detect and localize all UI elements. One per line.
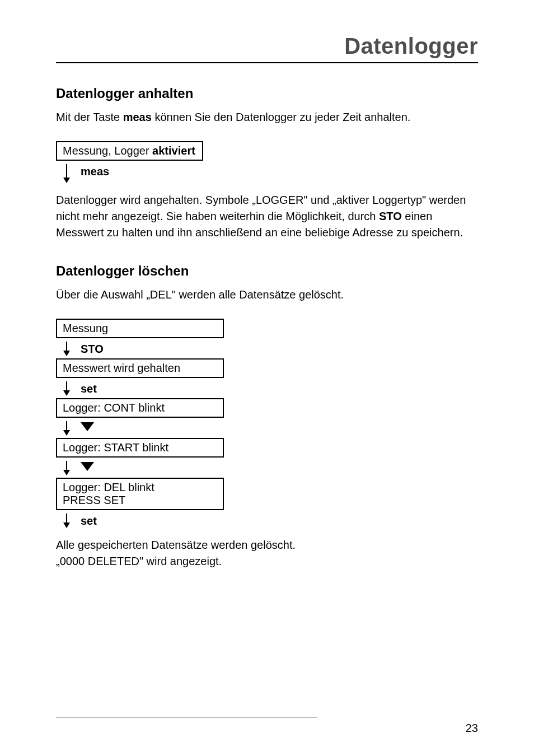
svg-marker-1 bbox=[63, 178, 70, 183]
svg-marker-13 bbox=[63, 522, 70, 528]
intro-key: meas bbox=[123, 111, 152, 123]
svg-marker-10 bbox=[63, 470, 70, 475]
section-heading-stop: Datenlogger anhalten bbox=[56, 86, 478, 101]
step-label-sto: STO bbox=[81, 342, 104, 356]
step-label-meas: meas bbox=[81, 164, 109, 178]
arrow-down-icon bbox=[63, 514, 71, 528]
state-text-1: Messung, Logger bbox=[63, 144, 152, 157]
triangle-down-icon bbox=[81, 421, 94, 432]
section1-intro: Mit der Taste meas können Sie den Datenl… bbox=[56, 109, 478, 125]
title-rule bbox=[56, 62, 478, 63]
step-label-set-2: set bbox=[81, 514, 97, 528]
section2-intro: Über die Auswahl „DEL" werden alle Daten… bbox=[56, 287, 478, 303]
step-triangle-1 bbox=[63, 421, 478, 436]
state-box-del: Logger: DEL blinkt PRESS SET bbox=[56, 478, 224, 510]
step-sto: STO bbox=[63, 342, 478, 356]
page-footer: 23 bbox=[56, 694, 478, 735]
svg-marker-3 bbox=[63, 351, 70, 356]
step-label-set-1: set bbox=[81, 381, 97, 395]
intro-text-1: Mit der Taste bbox=[56, 111, 123, 123]
step-meas: meas bbox=[63, 164, 478, 183]
arrow-down-icon bbox=[63, 164, 71, 183]
state-box-cont: Logger: CONT blinkt bbox=[56, 398, 224, 418]
state-box-messung: Messung bbox=[56, 319, 224, 338]
svg-marker-5 bbox=[63, 390, 70, 396]
section1-explain: Datenlogger wird angehalten. Symbole „LO… bbox=[56, 192, 478, 241]
state-del-line2: PRESS SET bbox=[63, 494, 125, 506]
footer-rule bbox=[56, 717, 317, 717]
state-del-line1: Logger: DEL blinkt bbox=[63, 481, 154, 493]
svg-marker-11 bbox=[81, 462, 94, 471]
arrow-down-icon bbox=[63, 342, 71, 356]
explain-bold: STO bbox=[379, 210, 402, 222]
arrow-down-icon bbox=[63, 421, 71, 436]
state-box-start: Logger: START blinkt bbox=[56, 438, 224, 458]
step-triangle-2 bbox=[63, 461, 478, 475]
result-line1: Alle gespeicherten Datensätze werden gel… bbox=[56, 539, 296, 551]
state-box-logger-active: Messung, Logger aktiviert bbox=[56, 141, 203, 161]
result-line2: „0000 DELETED" wird angezeigt. bbox=[56, 555, 222, 567]
svg-marker-8 bbox=[81, 422, 94, 431]
page-number: 23 bbox=[56, 722, 478, 735]
svg-marker-7 bbox=[63, 430, 70, 436]
state-text-bold: aktiviert bbox=[152, 144, 195, 157]
step-set-1: set bbox=[63, 381, 478, 396]
arrow-down-icon bbox=[63, 461, 71, 475]
section-heading-delete: Datenlogger löschen bbox=[56, 263, 478, 279]
arrow-down-icon bbox=[63, 381, 71, 396]
step-set-2: set bbox=[63, 514, 478, 528]
state-box-messwert: Messwert wird gehalten bbox=[56, 358, 224, 378]
page-title: Datenlogger bbox=[56, 34, 478, 59]
triangle-down-icon bbox=[81, 461, 94, 472]
section2-result: Alle gespeicherten Datensätze werden gel… bbox=[56, 537, 478, 570]
intro-text-2: können Sie den Datenlogger zu jeder Zeit… bbox=[152, 111, 411, 123]
